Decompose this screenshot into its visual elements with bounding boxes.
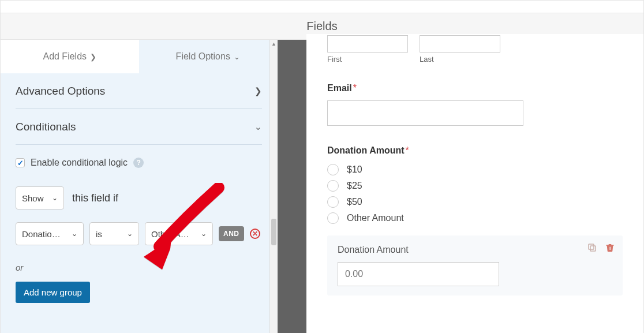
enable-conditional-label: Enable conditional logic bbox=[31, 158, 128, 168]
tab-field-options[interactable]: Field Options ⌄ bbox=[139, 40, 278, 73]
donation-amount-field-card[interactable]: Donation Amount bbox=[327, 235, 623, 295]
chevron-down-icon: ⌄ bbox=[254, 122, 262, 132]
add-new-group-button[interactable]: Add new group bbox=[16, 282, 90, 303]
conditional-action-select[interactable]: Show ⌄ bbox=[16, 186, 64, 209]
required-asterisk: * bbox=[353, 83, 357, 93]
svg-rect-2 bbox=[609, 247, 609, 250]
conditional-static-text: this field if bbox=[72, 192, 118, 204]
first-name-caption: First bbox=[327, 55, 408, 63]
radio-label: $10 bbox=[347, 164, 362, 175]
chevron-down-icon: ⌄ bbox=[127, 230, 133, 238]
tab-label: Field Options bbox=[176, 51, 230, 62]
left-panel: Add Fields ❯ Field Options ⌄ Advanced Op… bbox=[1, 40, 278, 333]
last-name-caption: Last bbox=[420, 55, 500, 63]
svg-rect-0 bbox=[590, 246, 596, 251]
rule-value-select[interactable]: Other A… ⌄ bbox=[145, 222, 213, 245]
rule-field-select[interactable]: Donatio… ⌄ bbox=[16, 222, 84, 245]
scroll-up-icon[interactable]: ▲ bbox=[270, 40, 278, 48]
required-asterisk: * bbox=[406, 145, 409, 155]
svg-rect-3 bbox=[611, 247, 611, 250]
add-and-condition-button[interactable]: AND bbox=[219, 226, 244, 241]
donation-amount-input[interactable] bbox=[338, 262, 499, 286]
left-panel-scrollbar[interactable]: ▲ bbox=[269, 40, 278, 333]
chevron-down-icon: ⌄ bbox=[201, 230, 207, 238]
select-value: Other A… bbox=[151, 229, 196, 239]
chevron-right-icon: ❯ bbox=[90, 53, 96, 61]
or-separator: or bbox=[16, 263, 262, 272]
donation-option-radio[interactable] bbox=[327, 196, 339, 208]
donation-option-radio[interactable] bbox=[327, 212, 339, 224]
section-advanced-options[interactable]: Advanced Options ❯ bbox=[16, 73, 262, 109]
email-input[interactable] bbox=[327, 100, 523, 126]
section-label: Advanced Options bbox=[16, 85, 105, 98]
donation-option-radio[interactable] bbox=[327, 180, 339, 192]
radio-label: $50 bbox=[347, 197, 362, 207]
label-text: Donation Amount bbox=[327, 145, 405, 155]
help-icon[interactable]: ? bbox=[133, 158, 144, 168]
field-card-title: Donation Amount bbox=[338, 245, 612, 255]
page-title: Fields bbox=[306, 20, 337, 33]
chevron-down-icon: ⌄ bbox=[52, 194, 58, 202]
select-value: Show bbox=[22, 193, 47, 203]
chevron-right-icon: ❯ bbox=[254, 86, 262, 96]
radio-label: $25 bbox=[347, 181, 362, 191]
chevron-down-icon: ⌄ bbox=[72, 230, 77, 238]
trash-icon[interactable] bbox=[605, 242, 615, 253]
tab-add-fields[interactable]: Add Fields ❯ bbox=[1, 40, 139, 73]
svg-rect-1 bbox=[589, 244, 594, 249]
first-name-input[interactable] bbox=[327, 35, 408, 53]
select-value: Donatio… bbox=[22, 229, 67, 239]
chevron-down-icon: ⌄ bbox=[234, 53, 240, 61]
section-label: Conditionals bbox=[16, 121, 76, 133]
tab-label: Add Fields bbox=[43, 51, 87, 62]
select-value: is bbox=[96, 229, 122, 239]
delete-rule-button[interactable]: ✕ bbox=[250, 229, 260, 239]
donation-option-radio[interactable] bbox=[327, 164, 339, 175]
scroll-thumb[interactable] bbox=[271, 219, 276, 245]
check-icon: ✓ bbox=[17, 159, 24, 167]
label-text: Email bbox=[327, 83, 352, 93]
enable-conditional-checkbox[interactable]: ✓ bbox=[16, 158, 25, 167]
rule-operator-select[interactable]: is ⌄ bbox=[89, 222, 139, 245]
email-label: Email* bbox=[327, 83, 623, 93]
duplicate-icon[interactable] bbox=[587, 242, 597, 253]
last-name-input[interactable] bbox=[420, 35, 500, 53]
section-conditionals[interactable]: Conditionals ⌄ bbox=[16, 109, 262, 145]
radio-label: Other Amount bbox=[347, 213, 404, 223]
form-preview: First Last Email* Donation Amount* bbox=[278, 40, 643, 333]
donation-amount-label: Donation Amount* bbox=[327, 145, 623, 156]
